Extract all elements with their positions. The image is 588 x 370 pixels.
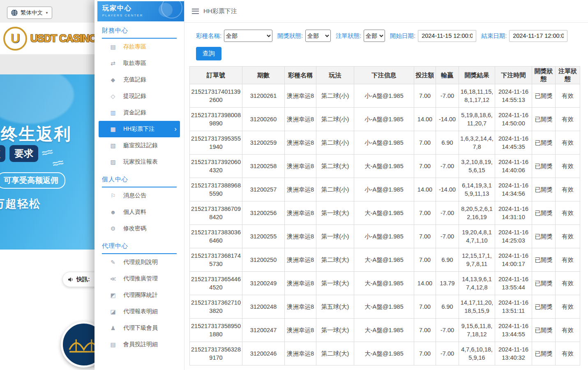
funds-record-icon: ▥ — [109, 109, 117, 116]
sidebar-section-title: 代理中心 — [102, 242, 177, 254]
cell-bet-info: 大-A盤@1.985 — [354, 248, 414, 272]
cell-bet-status: 有效 — [556, 201, 580, 225]
cell-bet-time: 2024-11-16 14:34:56 — [495, 178, 532, 201]
sidebar-item-2-0[interactable]: ✎代理規則說明 — [99, 254, 180, 271]
cell-draw-result: 12,15,17,1,9,7,8,11 — [459, 248, 495, 272]
cell-draw-status: 已開獎 — [532, 319, 556, 342]
cell-lottery-name: 澳洲幸运8 — [285, 248, 316, 272]
header-draw-status: 開獎狀態 — [532, 67, 556, 84]
player-report-icon: ▨ — [109, 159, 117, 165]
logo-badge: U — [3, 27, 27, 51]
sidebar-item-0-1[interactable]: ⇄取款專區 — [99, 55, 180, 72]
cell-lottery-name: 澳洲幸运8 — [285, 155, 316, 178]
banner-headline: 终生返利 — [1, 123, 71, 146]
cell-draw-result: 4,7,6,10,18,5,9,16 — [459, 342, 495, 365]
sidebar-item-1-1[interactable]: ☻個人資料 — [99, 204, 180, 220]
table-header-row: 訂單號期數彩種名稱玩法下注信息投注額輸贏開獎結果下注時間開獎狀態注單狀態 — [190, 67, 580, 84]
sidebar-item-0-5[interactable]: ▦HH彩票下注› — [99, 121, 180, 137]
floating-bridge-logo-button[interactable] — [61, 321, 95, 368]
cell-bet-time: 2024-11-16 14:50:00 — [495, 108, 532, 131]
chevron-right-icon: › — [174, 125, 177, 133]
header-draw-result: 開獎結果 — [459, 67, 495, 84]
cell-lottery-name: 澳洲幸运8 — [285, 225, 316, 248]
header-bet-info: 下注信息 — [354, 67, 414, 84]
sidebar-item-2-5[interactable]: ▤會員投註明細 — [99, 336, 180, 353]
agent-promo-icon: ≪ — [109, 275, 117, 282]
cell-bet-status: 有效 — [556, 84, 580, 108]
bets-table-wrapper: 訂單號期數彩種名稱玩法下注信息投注額輸贏開獎結果下注時間開獎狀態注單狀態 215… — [189, 66, 588, 370]
main-content: HH彩票下注 彩種名稱: 全部 開獎狀態: 全部 注單狀態: 全部 開始日期: — [184, 0, 588, 370]
cell-bet-time: 2024-11-16 13:40:32 — [495, 342, 532, 365]
sidebar-item-label: 取款專區 — [123, 60, 146, 67]
language-selector[interactable]: 繁体中文 ▼ — [7, 7, 52, 19]
banner-subline: 万超轻松 — [0, 197, 41, 211]
cell-bet-info: 大-A盤@1.985 — [354, 272, 414, 295]
cell-period: 31200258 — [242, 155, 285, 178]
header-bet-time: 下注時間 — [495, 67, 532, 84]
table-row: 215217317358950188031200247澳洲幸运8第一球(大)大-… — [190, 319, 580, 342]
cell-bet-amount: 7.00 — [414, 84, 436, 108]
cell-play-type: 第二球(大) — [316, 155, 354, 178]
table-row: 215217317383036646031200255澳洲幸运8第一球(小)小-… — [190, 225, 580, 248]
sidebar-item-label: 資金記錄 — [123, 109, 146, 116]
cell-bet-time: 2024-11-16 14:00:17 — [495, 248, 532, 272]
cell-play-type: 第一球(大) — [316, 272, 354, 295]
cell-bet-amount: 14.00 — [414, 272, 436, 295]
sidebar-item-0-4[interactable]: ▥資金記錄 — [99, 104, 180, 121]
wave-decoration: ≈≈ — [41, 146, 54, 160]
hamburger-icon[interactable] — [192, 9, 199, 14]
sidebar-item-label: 充值記錄 — [123, 76, 146, 83]
sidebar-item-1-2[interactable]: ⚙修改密碼 — [99, 220, 180, 237]
cell-draw-result: 16,18,11,15,8,1,17,12 — [459, 84, 495, 108]
cell-bet-amount: 7.00 — [414, 319, 436, 342]
sidebar-item-label: 消息公告 — [123, 192, 146, 199]
cell-bet-time: 2024-11-16 13:51:11 — [495, 295, 532, 319]
draw-status-select[interactable]: 全部 — [305, 30, 331, 42]
table-row: 215217317386709842031200256澳洲幸运8第一球(大)大-… — [190, 201, 580, 225]
cell-win-loss: -7.00 — [436, 84, 459, 108]
bet-status-select[interactable]: 全部 — [364, 30, 385, 42]
cell-play-type: 第一球(大) — [316, 201, 354, 225]
sidebar-item-label: 存款專區 — [123, 43, 146, 51]
cell-lottery-name: 澳洲幸运8 — [285, 108, 316, 131]
sidebar-item-2-1[interactable]: ≪代理推廣管理 — [99, 271, 180, 287]
sidebar-item-1-0[interactable]: ⚐消息公告 — [99, 187, 180, 204]
sidebar-item-0-2[interactable]: ◆充值記錄 — [99, 72, 180, 88]
cell-bet-time: 2024-11-16 14:55:13 — [495, 84, 532, 108]
cell-bet-time: 2024-11-16 13:55:44 — [495, 272, 532, 295]
cell-bet-info: 小-A盤@1.985 — [354, 108, 414, 131]
cell-draw-status: 已開獎 — [532, 342, 556, 365]
banner-badge: 檻 — [0, 145, 5, 162]
start-date-input[interactable] — [418, 30, 476, 42]
sidebar-title: 玩家中心 — [102, 4, 179, 13]
sidebar-item-2-4[interactable]: ♟代理下級會員 — [99, 320, 180, 336]
lottery-name-select[interactable]: 全部 — [224, 30, 272, 42]
cell-play-type: 第二球(大) — [316, 342, 354, 365]
sidebar-item-2-2[interactable]: ◩代理團隊統計 — [99, 287, 180, 303]
cell-bet-amount: 14.00 — [414, 178, 436, 201]
cell-order-no: 2152173173980089890 — [190, 108, 242, 131]
sidebar-item-0-3[interactable]: ◇提現記錄 — [99, 88, 180, 104]
cell-draw-status: 已開獎 — [532, 108, 556, 131]
cell-bet-info: 大-A盤@1.985 — [354, 155, 414, 178]
search-button[interactable]: 查詢 — [196, 47, 221, 60]
withdraw-record-icon: ◇ — [109, 93, 117, 99]
filters-bar: 彩種名稱: 全部 開獎狀態: 全部 注單狀態: 全部 開始日期: 結束日期: — [184, 23, 588, 60]
cell-bet-amount: 7.00 — [414, 248, 436, 272]
wave-decoration: ≈≈ — [51, 157, 65, 170]
cell-period: 31200256 — [242, 201, 285, 225]
room-bet-record-icon: ▧ — [109, 142, 117, 149]
cell-period: 31200247 — [242, 319, 285, 342]
cell-period: 31200246 — [242, 342, 285, 365]
sidebar-item-0-0[interactable]: ▤存款專區 — [99, 39, 180, 55]
cell-win-loss: 13.79 — [436, 272, 459, 295]
end-date-input[interactable] — [509, 30, 567, 42]
table-row: 215217317392060432031200258澳洲幸运8第二球(大)大-… — [190, 155, 580, 178]
cell-bet-status: 有效 — [556, 225, 580, 248]
cell-period: 31200260 — [242, 108, 285, 131]
sidebar-item-2-3[interactable]: ◪代理報表明細 — [99, 303, 180, 320]
sidebar-item-0-6[interactable]: ▧廳室投註記錄 — [99, 137, 180, 154]
cell-lottery-name: 澳洲幸运8 — [285, 319, 316, 342]
sidebar-item-0-7[interactable]: ▨玩家投注報表 — [99, 154, 180, 170]
table-row: 215217317368174573031200250澳洲幸运8第二球(大)大-… — [190, 248, 580, 272]
